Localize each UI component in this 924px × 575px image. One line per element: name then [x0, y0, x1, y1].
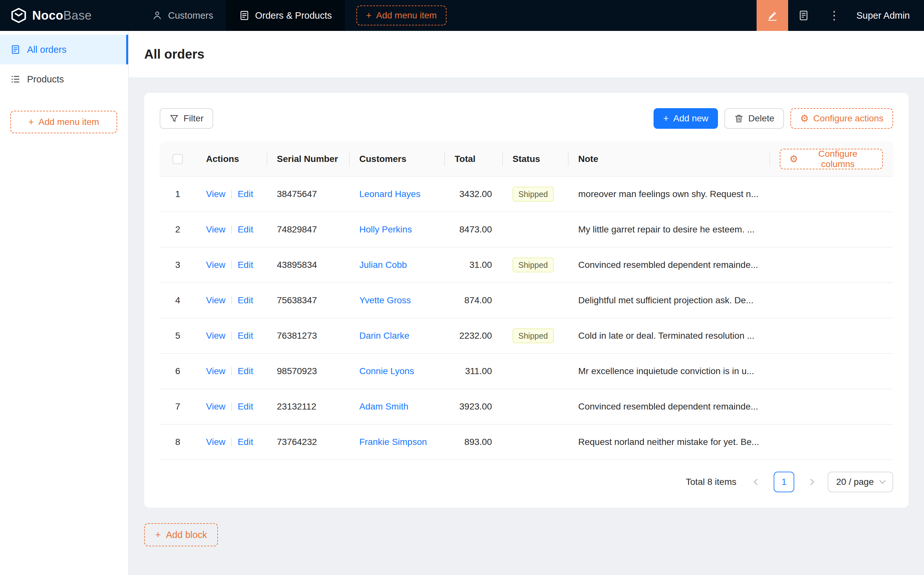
customer-link[interactable]: Adam Smith [359, 402, 408, 411]
note-cell: My little garret repair to desire he est… [568, 212, 770, 247]
view-link[interactable]: View [206, 330, 225, 341]
customer-link[interactable]: Connie Lyons [359, 366, 414, 376]
orders-card: Filter + Add new [144, 93, 908, 508]
divider [231, 296, 232, 305]
edit-link[interactable]: Edit [238, 402, 253, 411]
customer-link[interactable]: Frankie Simpson [359, 437, 427, 447]
edit-link[interactable]: Edit [238, 295, 253, 305]
customer-link[interactable]: Leonard Hayes [359, 189, 421, 199]
serial-number-cell: 75638347 [267, 283, 349, 318]
edit-link[interactable]: Edit [238, 189, 253, 199]
view-link[interactable]: View [206, 295, 225, 305]
note-cell: Convinced resembled dependent remainde..… [568, 389, 770, 424]
pagination-next-button[interactable] [801, 472, 821, 492]
serial-number-cell: 73764232 [267, 424, 349, 460]
row-index: 8 [160, 424, 196, 460]
customer-link[interactable]: Julian Cobb [359, 260, 407, 270]
gear-icon: ⚙ [789, 154, 798, 164]
total-cell: 874.00 [444, 283, 502, 318]
view-link[interactable]: View [206, 224, 225, 234]
divider [231, 438, 232, 446]
edit-link[interactable]: Edit [238, 437, 253, 447]
nav-item-orders-products[interactable]: Orders & Products [226, 0, 345, 31]
edit-link[interactable]: Edit [238, 330, 253, 341]
table-row: 6 ViewEdit 98570923 Connie Lyons 311.00 … [160, 354, 893, 389]
customer-link[interactable]: Yvette Gross [359, 295, 411, 305]
toolbar-right: + Add new Delete ⚙ [654, 108, 893, 129]
filter-button[interactable]: Filter [160, 108, 213, 129]
view-link[interactable]: View [206, 366, 225, 376]
more-menu-button[interactable]: ⋮ [819, 0, 850, 31]
table-row: 1 ViewEdit 38475647 Leonard Hayes 3432.0… [160, 176, 893, 212]
sidebar-item-products[interactable]: Products [0, 64, 128, 94]
designable-toggle-button[interactable] [757, 0, 788, 31]
configure-columns-button[interactable]: ⚙ Configure columns [780, 149, 883, 169]
select-all-checkbox[interactable] [173, 154, 183, 164]
file-table-icon [10, 44, 21, 55]
pagination-page-1[interactable]: 1 [774, 472, 794, 492]
sidebar-item-label: Products [27, 74, 64, 85]
orders-table-header: Actions Serial Number Customers Total St… [160, 141, 893, 176]
sidebar-add-menu-item-button[interactable]: + Add menu item [10, 111, 117, 133]
column-header-total: Total [444, 141, 502, 176]
nocobase-logo[interactable]: NocoBase [0, 0, 139, 31]
table-row: 5 ViewEdit 76381273 Darin Clarke 2232.00… [160, 318, 893, 354]
page-size-select[interactable]: 20 / page [828, 472, 893, 492]
nav-item-customers[interactable]: Customers [139, 0, 226, 31]
navbar-right-cluster: ⋮ Super Admin [757, 0, 924, 31]
chevron-down-icon [879, 477, 886, 484]
status-badge: Shipped [513, 329, 554, 343]
edit-link[interactable]: Edit [238, 260, 253, 270]
pagination-prev-button[interactable] [746, 472, 767, 492]
edit-link[interactable]: Edit [238, 366, 253, 376]
note-cell: Request norland neither mistake for yet.… [568, 424, 770, 460]
book-icon-button[interactable] [788, 0, 819, 31]
status-badge: Shipped [513, 187, 554, 202]
add-block-button[interactable]: + Add block [144, 523, 218, 546]
add-new-button[interactable]: + Add new [654, 108, 718, 129]
total-cell: 2232.00 [444, 318, 502, 354]
nav-item-label: Orders & Products [255, 10, 332, 21]
divider [231, 332, 232, 340]
total-cell: 893.00 [444, 424, 502, 460]
edit-link[interactable]: Edit [238, 224, 253, 234]
note-cell: Mr excellence inquietude conviction is i… [568, 354, 770, 389]
total-cell: 311.00 [444, 354, 502, 389]
configure-actions-button[interactable]: ⚙ Configure actions [791, 108, 893, 129]
divider [231, 261, 232, 269]
note-cell: Delightful met sufficient projection ask… [568, 283, 770, 318]
serial-number-cell: 98570923 [267, 354, 349, 389]
status-badge: Shipped [513, 257, 554, 272]
gear-icon: ⚙ [800, 114, 809, 123]
content-area: Filter + Add new [129, 77, 924, 575]
view-link[interactable]: View [206, 402, 225, 411]
view-link[interactable]: View [206, 437, 225, 447]
row-index: 2 [160, 212, 196, 247]
view-link[interactable]: View [206, 189, 225, 199]
page-title: All orders [144, 47, 205, 62]
row-index: 5 [160, 318, 196, 354]
delete-button[interactable]: Delete [724, 108, 784, 129]
plus-icon: + [663, 114, 669, 123]
chevron-left-icon [754, 479, 760, 485]
sidebar-item-all-orders[interactable]: All orders [0, 35, 128, 64]
plus-icon: + [366, 11, 372, 20]
pagination: Total 8 items 1 20 / page [160, 472, 893, 492]
column-header-serial: Serial Number [267, 141, 349, 176]
plus-icon: + [155, 530, 161, 540]
view-link[interactable]: View [206, 260, 225, 270]
logo-text: NocoBase [32, 9, 92, 22]
table-row: 7 ViewEdit 23132112 Adam Smith 3923.00 C… [160, 389, 893, 424]
table-row: 4 ViewEdit 75638347 Yvette Gross 874.00 … [160, 283, 893, 318]
navbar-add-menu-item-button[interactable]: + Add menu item [356, 5, 446, 25]
table-row: 2 ViewEdit 74829847 Holly Perkins 8473.0… [160, 212, 893, 247]
serial-number-cell: 38475647 [267, 176, 349, 212]
top-navbar: NocoBase Customers Orders & Products + A… [0, 0, 924, 31]
serial-number-cell: 23132112 [267, 389, 349, 424]
person-icon [152, 10, 163, 21]
user-menu[interactable]: Super Admin [850, 10, 924, 21]
row-index: 7 [160, 389, 196, 424]
customer-link[interactable]: Holly Perkins [359, 224, 412, 234]
customer-link[interactable]: Darin Clarke [359, 330, 410, 341]
book-grid-icon [798, 10, 810, 21]
